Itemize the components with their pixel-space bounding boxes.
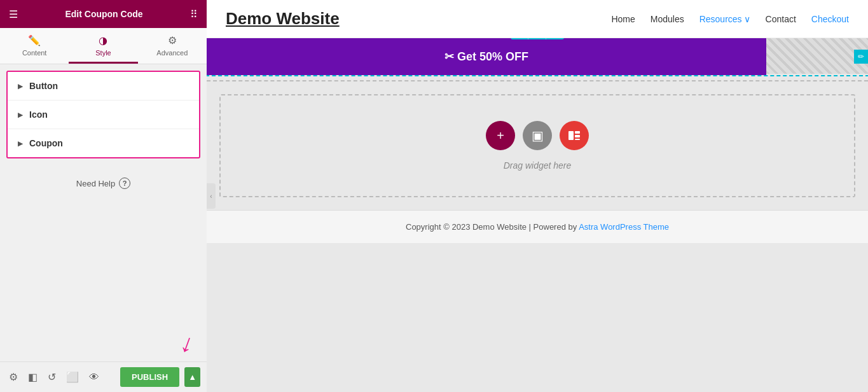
section-list: ▶ Button ▶ Icon ▶ Coupon — [6, 71, 200, 158]
section-icon[interactable]: ▶ Icon — [8, 101, 199, 129]
tab-content[interactable]: ✏️ Content — [0, 28, 69, 64]
need-help-label: Need Help — [76, 179, 115, 188]
add-widget-button[interactable]: + — [511, 38, 528, 39]
nav-resources-label: Resources — [699, 14, 742, 24]
bottom-toolbar: ⚙ ◧ ↺ ⬜ 👁 PUBLISH ▲ — [0, 361, 207, 392]
chevron-down-icon: ∨ — [744, 14, 750, 24]
drop-zone-buttons: + ▣ — [486, 121, 589, 150]
coupon-text: Get 50% OFF — [457, 50, 528, 63]
publish-button[interactable]: PUBLISH — [120, 367, 179, 387]
svg-rect-0 — [568, 131, 574, 140]
drop-zone-label: Drag widget here — [504, 160, 572, 171]
page-body: + ⠿ ✕ ✂ Get 50% OFF ✏ + ▣ — [207, 38, 868, 392]
responsive-icon[interactable]: ⬜ — [64, 368, 81, 386]
advanced-icon: ⚙ — [168, 34, 177, 46]
coupon-bar[interactable]: ✂ Get 50% OFF — [207, 38, 766, 75]
svg-rect-1 — [575, 131, 580, 134]
content-icon: ✏️ — [28, 34, 41, 46]
hamburger-icon[interactable]: ☰ — [9, 8, 18, 20]
tab-advanced-label: Advanced — [156, 49, 188, 57]
panel-title: Edit Coupon Code — [65, 9, 142, 19]
svg-rect-2 — [575, 135, 580, 137]
settings-icon[interactable]: ⚙ — [6, 368, 20, 386]
svg-rect-3 — [575, 139, 580, 140]
eye-icon[interactable]: 👁 — [86, 369, 102, 386]
footer-link[interactable]: Astra WordPress Theme — [579, 222, 669, 232]
section-coupon[interactable]: ▶ Coupon — [8, 129, 199, 157]
footer-text: Copyright © 2023 Demo Website | Powered … — [406, 222, 579, 232]
nav-home[interactable]: Home — [611, 14, 635, 24]
widget-controls: + ⠿ ✕ — [511, 38, 564, 39]
coupon-icon: ✂ — [444, 50, 457, 63]
layers-icon[interactable]: ◧ — [25, 368, 40, 386]
nav-modules[interactable]: Modules — [651, 14, 684, 24]
site-title: Demo Website — [226, 9, 340, 29]
style-icon: ◑ — [99, 34, 107, 46]
need-help[interactable]: Need Help ? — [0, 178, 207, 189]
move-widget-button[interactable]: ⠿ — [528, 38, 546, 39]
section-divider-top — [207, 80, 868, 81]
main-content: Demo Website Home Modules Resources ∨ Co… — [207, 0, 868, 392]
elementor-button[interactable] — [560, 121, 589, 150]
tab-advanced[interactable]: ⚙ Advanced — [138, 28, 207, 64]
edit-widget-button[interactable]: ✏ — [854, 50, 868, 64]
publish-dropdown-button[interactable]: ▲ — [184, 367, 200, 387]
section-coupon-label: Coupon — [29, 138, 63, 148]
section-button-label: Button — [29, 81, 58, 91]
close-widget-button[interactable]: ✕ — [546, 38, 564, 39]
history-icon[interactable]: ↺ — [45, 368, 59, 386]
arrow-indicator: ↓ — [177, 328, 198, 359]
nav-checkout[interactable]: Checkout — [811, 14, 849, 24]
tab-style-label: Style — [95, 49, 111, 57]
arrow-icon: ▶ — [18, 111, 23, 118]
tabs: ✏️ Content ◑ Style ⚙ Advanced — [0, 28, 207, 64]
grid-icon[interactable]: ⠿ — [190, 8, 198, 20]
left-panel: ☰ Edit Coupon Code ⠿ ✏️ Content ◑ Style … — [0, 0, 207, 392]
tab-content-label: Content — [22, 49, 47, 57]
drop-zone: + ▣ Drag widget here — [219, 94, 855, 197]
nav-resources[interactable]: Resources ∨ — [699, 14, 750, 24]
section-icon-label: Icon — [29, 109, 48, 120]
collapse-handle[interactable]: ‹ — [207, 183, 216, 209]
page-footer: Copyright © 2023 Demo Website | Powered … — [207, 210, 868, 243]
coupon-widget: + ⠿ ✕ ✂ Get 50% OFF ✏ — [207, 38, 868, 75]
panel-header: ☰ Edit Coupon Code ⠿ — [0, 0, 207, 28]
nav-contact[interactable]: Contact — [766, 14, 796, 24]
nav-links: Home Modules Resources ∨ Contact Checkou… — [611, 14, 849, 24]
tab-style[interactable]: ◑ Style — [69, 28, 137, 64]
help-icon: ? — [119, 178, 130, 189]
arrow-icon: ▶ — [18, 83, 23, 90]
layout-button[interactable]: ▣ — [523, 121, 552, 150]
arrow-icon: ▶ — [18, 140, 23, 147]
section-button[interactable]: ▶ Button — [8, 72, 199, 101]
add-widget-button[interactable]: + — [486, 121, 515, 150]
coupon-hatch — [766, 38, 868, 74]
nav-bar: Demo Website Home Modules Resources ∨ Co… — [207, 0, 868, 38]
